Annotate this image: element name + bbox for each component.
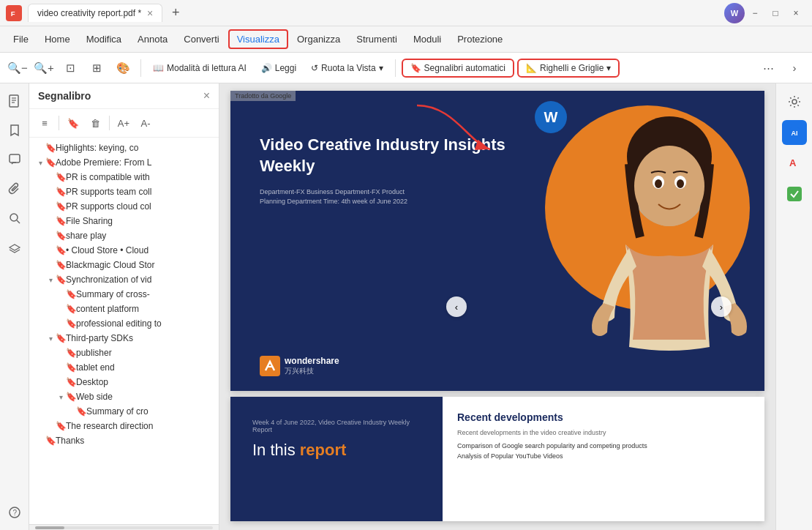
nav-next-button[interactable]: ›	[711, 296, 732, 317]
sidebar-item-label: Highlights: keying, co	[56, 143, 213, 153]
sidebar-item-publisher[interactable]: 🔖 publisher	[29, 346, 219, 360]
spacer-icon	[45, 245, 56, 255]
bookmark-add-button[interactable]: 🔖	[64, 113, 83, 132]
sidebar-item-highlights[interactable]: 🔖 Highlights: keying, co	[29, 141, 219, 155]
fit-button[interactable]: ⊡	[59, 56, 82, 80]
expand-all-button[interactable]: ≡	[35, 113, 54, 132]
sidebar-item-summary-cross[interactable]: 🔖 Summary of cross-	[29, 287, 219, 302]
new-tab-button[interactable]: +	[165, 3, 186, 23]
rail-attach-icon[interactable]	[3, 177, 26, 201]
menu-home[interactable]: Home	[37, 31, 78, 48]
menu-modifica[interactable]: Modifica	[79, 31, 129, 48]
pdf-page-1: Tradotto da Google Video Creative Indust…	[230, 91, 764, 391]
rail-layers-icon[interactable]	[3, 236, 26, 259]
bookmark-icon: 🔖	[56, 172, 66, 182]
maximize-icon: □	[772, 8, 778, 18]
tab-close-button[interactable]: ×	[147, 7, 153, 19]
sidebar-item-blackmagic[interactable]: 🔖 Blackmagic Cloud Stor	[29, 258, 219, 272]
sidebar-item-label: Adobe Premiere: From L	[56, 157, 213, 168]
rail-bookmark-icon[interactable]	[3, 119, 26, 142]
menu-annota[interactable]: Annota	[130, 31, 175, 48]
bookmark-icon: 🔖	[56, 245, 66, 255]
color-button[interactable]: 🎨	[111, 56, 135, 80]
bookmark-delete-button[interactable]: 🗑	[86, 113, 105, 132]
rotate-label: Ruota la Vista	[321, 63, 376, 73]
read-button[interactable]: 🔊 Leggi	[255, 60, 302, 76]
scroll-thumb[interactable]	[35, 526, 64, 529]
menu-strumenti[interactable]: Strumenti	[349, 31, 405, 48]
page2-title-plain: In this	[252, 441, 300, 459]
bookmarks-auto-button[interactable]: 🔖 Segnalibri automatici	[402, 59, 514, 78]
page1-title-container: Video Creative Industry Insights Weekly …	[260, 135, 508, 205]
sidebar-item-tablet[interactable]: 🔖 tablet end	[29, 360, 219, 375]
right-panel-ai-icon[interactable]: AI	[782, 120, 807, 145]
maximize-button[interactable]: □	[765, 3, 786, 23]
reading-mode-icon: 📖	[153, 63, 164, 73]
right-panel-translate-icon[interactable]: A	[782, 151, 807, 176]
sidebar-item-synchronization[interactable]: ▾ 🔖 Synchronization of vid	[29, 272, 219, 287]
zoom-out-button[interactable]: 🔍−	[6, 56, 29, 80]
page1-background: Tradotto da Google Video Creative Indust…	[230, 91, 764, 391]
sidebar-item-label: The research direction	[66, 421, 213, 431]
reading-mode-button[interactable]: 📖 Modalità di lettura AI	[147, 60, 252, 76]
sidebar-item-adobe[interactable]: ▾ 🔖 Adobe Premiere: From L	[29, 155, 219, 170]
font-decrease-button[interactable]: A-	[136, 113, 155, 132]
sidebar-item-content-platform[interactable]: 🔖 content platform	[29, 302, 219, 316]
right-panel-check-icon[interactable]	[782, 182, 807, 206]
menu-visualizza[interactable]: Visualizza	[228, 29, 288, 49]
menu-organizza[interactable]: Organizza	[290, 31, 347, 48]
rail-file-icon[interactable]	[3, 89, 26, 113]
toolbar-arrow-button[interactable]: ›	[783, 56, 806, 80]
menu-converti[interactable]: Converti	[176, 31, 226, 48]
sidebar-item-pr-cloud[interactable]: 🔖 PR supports cloud col	[29, 199, 219, 214]
expand-icon: ≡	[42, 118, 48, 129]
sidebar-item-label: Summary of cro	[86, 406, 213, 417]
menu-protezione[interactable]: Protezione	[450, 31, 510, 48]
menu-moduli[interactable]: Moduli	[406, 31, 448, 48]
zoom-in-button[interactable]: 🔍+	[32, 56, 56, 80]
sidebar-item-cloud-store[interactable]: 🔖 • Cloud Store • Cloud	[29, 243, 219, 258]
sidebar-item-third-party[interactable]: ▾ 🔖 Third-party SDKs	[29, 331, 219, 346]
sidebar-item-thanks[interactable]: 🔖 Thanks	[29, 433, 219, 448]
zoom-in-icon: 🔍+	[34, 61, 54, 75]
sidebar-item-label: Blackmagic Cloud Stor	[66, 260, 213, 270]
page1-dept1: Department-FX Business Department-FX Pro…	[260, 188, 508, 195]
right-panel-settings-icon[interactable]	[782, 89, 807, 114]
layout-button[interactable]: ⊞	[85, 56, 108, 80]
rotate-icon: ↺	[311, 63, 318, 73]
font-increase-button[interactable]: A+	[114, 113, 133, 132]
sidebar-item-file-sharing[interactable]: 🔖 File Sharing	[29, 214, 219, 228]
sidebar-item-research[interactable]: 🔖 The research direction	[29, 419, 219, 433]
rail-help-icon[interactable]: ?	[3, 501, 26, 524]
sidebar-item-web-side[interactable]: ▾ 🔖 Web side	[29, 389, 219, 404]
rail-search-icon[interactable]	[3, 206, 26, 230]
spacer-icon	[35, 436, 45, 446]
nav-prev-button[interactable]: ‹	[446, 296, 467, 317]
bookmark-icon: 🔖	[56, 201, 66, 212]
sidebar-item-pr-team[interactable]: 🔖 PR supports team coll	[29, 184, 219, 199]
sidebar-item-label: • Cloud Store • Cloud	[66, 245, 213, 255]
bookmark-icon: 🔖	[56, 231, 66, 241]
sidebar-item-share-play[interactable]: 🔖 share play	[29, 228, 219, 243]
sidebar-separator-1	[59, 116, 59, 130]
sidebar-item-summary-cro[interactable]: 🔖 Summary of cro	[29, 404, 219, 419]
rulers-button[interactable]: 📐 Righelli e Griglie ▾	[517, 59, 620, 78]
menu-file[interactable]: File	[6, 31, 36, 48]
spacer-icon	[45, 231, 56, 241]
minimize-button[interactable]: −	[745, 3, 765, 23]
rail-comment-icon[interactable]	[3, 148, 26, 171]
sidebar-item-professional-editing[interactable]: 🔖 professional editing to	[29, 316, 219, 331]
sidebar-close-button[interactable]: ×	[203, 89, 210, 102]
sidebar-item-desktop[interactable]: 🔖 Desktop	[29, 375, 219, 389]
close-icon: ×	[793, 8, 798, 18]
bookmark-icon: 🔖	[66, 304, 76, 314]
active-tab[interactable]: video creativity report.pdf * ×	[28, 4, 162, 22]
read-label: Leggi	[275, 63, 296, 73]
rotate-button[interactable]: ↺ Ruota la Vista ▾	[305, 60, 389, 76]
sidebar-item-pr-compatible[interactable]: 🔖 PR is compatible with	[29, 170, 219, 184]
sidebar-item-label: PR is compatible with	[66, 172, 213, 182]
right-panel: AI A	[775, 83, 812, 530]
toolbar-more-button[interactable]: ⋯	[756, 56, 780, 80]
close-button[interactable]: ×	[786, 3, 806, 23]
bookmark-icon: 🔖	[56, 187, 66, 197]
